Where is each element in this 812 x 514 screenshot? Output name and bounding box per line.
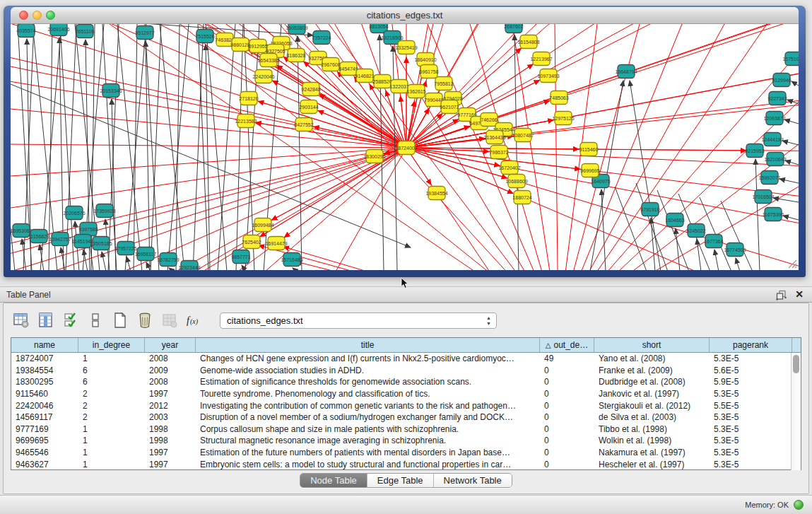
network-node[interactable]: 2718120 — [239, 92, 258, 105]
tab-network-table[interactable]: Network Table — [434, 474, 512, 487]
table-row[interactable]: 911546021997Tourette syndrome. Phenomeno… — [11, 388, 801, 400]
network-node[interactable]: 6961758 — [419, 65, 438, 78]
table-row[interactable]: 2242004622012Investigating the contribut… — [11, 399, 801, 411]
table-cell[interactable]: 0 — [540, 411, 594, 424]
network-node[interactable]: 16648794 — [615, 65, 637, 78]
table-cell[interactable]: 0 — [540, 458, 594, 470]
table-cell[interactable]: 5.5E-5 — [710, 399, 792, 411]
table-row[interactable]: 969969511998Structural magnetic resonanc… — [11, 435, 801, 447]
table-cell[interactable]: 0 — [540, 447, 594, 459]
network-node[interactable]: 16543382 — [257, 54, 279, 67]
network-node[interactable]: 7357224 — [312, 31, 331, 45]
table-cell[interactable]: 1 — [78, 353, 145, 365]
table-cell[interactable]: 19384554 — [11, 365, 78, 377]
network-node[interactable]: 7515526 — [195, 30, 214, 43]
table-cell[interactable]: 9463627 — [11, 458, 78, 470]
close-panel-icon[interactable]: ✕ — [795, 288, 804, 300]
function-builder-icon[interactable]: f(x) — [185, 311, 204, 329]
table-cell[interactable]: 1 — [78, 447, 145, 459]
network-node[interactable]: 17016504 — [752, 190, 774, 204]
network-canvas[interactable]: 4035574206914062651106951297716053809735… — [11, 24, 799, 270]
table-cell[interactable]: 0 — [540, 365, 594, 377]
network-node[interactable]: 1677364 — [704, 235, 723, 248]
network-node[interactable]: 9146821 — [355, 69, 374, 83]
column-header-in_degree[interactable]: in_degree — [78, 338, 145, 352]
table-cell[interactable]: 1997 — [145, 447, 196, 459]
network-node[interactable]: 17359928 — [93, 204, 115, 218]
network-node[interactable]: 16720407 — [498, 161, 520, 175]
table-cell[interactable]: 1 — [78, 435, 145, 447]
table-cell[interactable]: Genome-wide association studies in ADHD. — [196, 365, 540, 377]
column-visibility-icon[interactable] — [37, 311, 55, 329]
table-cell[interactable]: 5.3E-5 — [710, 424, 792, 436]
network-node[interactable]: 9512977 — [135, 26, 154, 40]
network-node[interactable]: 13325419 — [395, 41, 417, 54]
table-cell[interactable]: 14569117 — [11, 411, 78, 424]
table-cell[interactable]: 1998 — [145, 435, 196, 447]
network-node[interactable]: 1604663 — [665, 214, 684, 227]
network-node[interactable]: 1362615 — [406, 85, 425, 98]
tab-node-table[interactable]: Node Table — [300, 474, 367, 487]
table-cell[interactable]: Franke et al. (2009) — [594, 365, 710, 377]
table-cell[interactable]: 5.3E-5 — [710, 458, 792, 470]
network-node[interactable]: 20153346 — [100, 84, 122, 98]
table-cell[interactable]: Tourette syndrome. Phenomenology and cla… — [196, 388, 540, 400]
network-node[interactable]: 8186328 — [286, 49, 305, 62]
table-cell[interactable]: Disruption of a novel member of a sodium… — [196, 411, 540, 424]
network-node[interactable]: 16782759 — [157, 253, 179, 267]
network-node[interactable]: 10973493 — [537, 69, 559, 83]
table-cell[interactable]: 5.3E-5 — [710, 435, 792, 447]
network-node[interactable]: 10807487 — [512, 129, 534, 142]
table-cell[interactable]: Changes of HCN gene expression and I(f) … — [196, 353, 540, 365]
table-cell[interactable]: 6 — [78, 365, 145, 377]
table-cell[interactable]: Yano et al. (2008) — [594, 353, 710, 365]
table-cell[interactable]: 2 — [78, 388, 145, 400]
table-cell[interactable]: 9115460 — [11, 388, 78, 400]
table-cell[interactable]: Jankovic et al. (1997) — [594, 388, 710, 400]
network-node[interactable]: 17957225 — [114, 242, 136, 255]
network-node[interactable]: 11156829 — [28, 230, 49, 243]
network-node[interactable]: 20206576 — [63, 206, 85, 220]
table-cell[interactable]: 5.6E-5 — [710, 365, 792, 377]
table-cell[interactable]: 1 — [78, 424, 145, 436]
table-cell[interactable]: 5.3E-5 — [710, 353, 792, 365]
table-cell[interactable]: 0 — [540, 424, 594, 436]
network-node[interactable]: 9215953 — [745, 144, 764, 158]
network-node[interactable]: 7485063 — [549, 91, 568, 105]
table-cell[interactable]: Structural magnetic resonance image aver… — [196, 435, 540, 447]
table-cell[interactable]: 9777169 — [11, 424, 78, 436]
network-node[interactable]: 7625402 — [242, 235, 261, 249]
table-cell[interactable]: 9465546 — [11, 447, 78, 459]
table-cell[interactable]: 18724007 — [11, 353, 78, 365]
network-node[interactable]: 16154808 — [517, 35, 539, 49]
table-cell[interactable]: 18300295 — [11, 376, 78, 388]
network-node[interactable]: 20691406 — [47, 24, 69, 36]
table-cell[interactable]: 0 — [540, 388, 594, 400]
table-cell[interactable]: Tibbo et al. (1998) — [594, 424, 710, 436]
network-node[interactable]: 15751074 — [782, 52, 799, 66]
table-cell[interactable]: Investigating the contribution of common… — [196, 399, 540, 411]
network-node[interactable]: 12444193 — [761, 133, 783, 146]
network-node[interactable]: 8912955 — [248, 40, 267, 53]
network-view-window[interactable]: citations_edges.txt 40355742069140626511… — [4, 6, 806, 277]
network-node[interactable]: 8427552 — [294, 118, 313, 132]
merge-tables-icon[interactable] — [86, 311, 105, 329]
table-cell[interactable]: 2008 — [145, 353, 196, 365]
table-row[interactable]: 1938455462009Genome-wide association stu… — [11, 365, 801, 377]
network-node[interactable]: 9860128 — [230, 38, 249, 52]
table-cell[interactable]: 5.3E-5 — [710, 388, 792, 400]
network-node[interactable]: 16958117 — [135, 247, 157, 261]
network-node[interactable]: 9115460 — [579, 143, 599, 156]
table-cell[interactable]: Embryonic stem cells: a model to study s… — [196, 458, 540, 470]
vertical-scrollbar[interactable] — [791, 353, 801, 470]
table-cell[interactable]: Estimation of significance thresholds fo… — [196, 376, 540, 388]
network-node[interactable]: 22420046 — [252, 70, 274, 83]
network-node[interactable]: 6791910 — [640, 203, 659, 216]
network-node[interactable]: 9621072 — [440, 100, 459, 114]
table-cell[interactable]: 1998 — [145, 424, 196, 436]
network-node[interactable]: 16053809 — [286, 24, 307, 35]
table-cell[interactable]: 2009 — [145, 365, 196, 377]
network-node[interactable]: 12213967 — [530, 52, 552, 66]
table-cell[interactable]: 5.3E-5 — [710, 411, 792, 424]
table-cell[interactable]: Corpus callosum shape and size in male p… — [196, 424, 540, 436]
